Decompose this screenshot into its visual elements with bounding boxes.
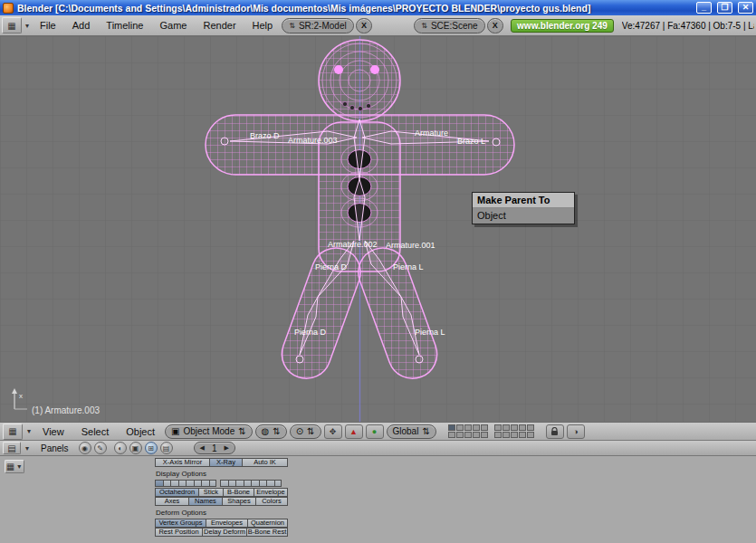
orientation-dropdown[interactable]: Global ⇅ (387, 424, 436, 439)
layer-toggle[interactable] (473, 424, 480, 431)
layer-toggle[interactable] (519, 432, 526, 438)
layer-toggle[interactable] (511, 424, 518, 431)
armature-layer-toggle[interactable] (266, 480, 274, 487)
menu-render[interactable]: Render (196, 20, 243, 31)
manipulator-rotate-button[interactable]: ● (366, 424, 384, 439)
panels-menu[interactable]: Panels (33, 443, 76, 453)
blender-org-button[interactable]: www.blender.org 249 (511, 19, 614, 33)
viewport-canvas[interactable]: Brazo D Armature.003 Armature Brazo L Ar… (0, 36, 756, 422)
context-script-button[interactable]: ✎ (94, 442, 107, 454)
colors-button[interactable]: Colors (255, 497, 288, 506)
envelopes-button[interactable]: Envelopes (206, 519, 247, 528)
b-bone-rest-button[interactable]: B-Bone Rest (246, 528, 288, 537)
manipulator-hand-button[interactable]: ✥ (324, 424, 342, 439)
layer-toggle[interactable] (456, 424, 464, 431)
menu-object[interactable]: Object (119, 426, 162, 437)
b-bone-button[interactable]: B-Bone (223, 488, 254, 497)
stick-button[interactable]: Stick (198, 488, 223, 497)
context-editing-button[interactable]: ⊞ (145, 442, 158, 454)
armature-layer-toggle[interactable] (201, 480, 209, 487)
menu-add[interactable]: Add (65, 20, 98, 31)
viewport-3d[interactable]: Brazo D Armature.003 Armature Brazo L Ar… (0, 36, 756, 422)
screen-selector[interactable]: ⇅ SR:2-Model (282, 18, 354, 33)
mode-dropdown[interactable]: ▣ Object Mode ⇅ (165, 424, 253, 439)
menu-timeline[interactable]: Timeline (99, 20, 150, 31)
layer-toggle[interactable] (502, 432, 510, 438)
pivot-dropdown[interactable]: ⊙ ⇅ (290, 424, 321, 439)
screen-close-button[interactable]: X (356, 18, 373, 33)
layer-toggle[interactable] (448, 424, 455, 431)
layer-toggle[interactable] (448, 432, 455, 438)
layer-toggle[interactable] (464, 432, 472, 438)
manipulator-translate-button[interactable]: ▲ (345, 424, 363, 439)
context-scene-button[interactable]: ▤ (160, 442, 173, 454)
header-collapse-icon[interactable]: ▾ (24, 22, 31, 30)
layer-toggle[interactable] (494, 432, 502, 438)
armature-layer-toggle[interactable] (155, 480, 163, 487)
armature-layer-toggle[interactable] (220, 480, 228, 487)
menu-view[interactable]: View (35, 426, 72, 437)
menu-file[interactable]: File (33, 20, 63, 31)
buttons-editor-type-button[interactable]: ▤ (3, 442, 21, 454)
layer-toggle[interactable] (481, 424, 488, 431)
menu-game[interactable]: Game (153, 20, 195, 31)
lock-layers-button[interactable] (546, 424, 564, 439)
layer-toggle[interactable] (456, 432, 464, 438)
menu-select[interactable]: Select (74, 426, 117, 437)
shapes-button[interactable]: Shapes (222, 497, 255, 506)
auto-ik-button[interactable]: Auto IK (242, 458, 288, 467)
armature-layer-toggle[interactable] (259, 480, 267, 487)
layer-toggle[interactable] (494, 424, 502, 431)
scene-selector[interactable]: ⇅ SCE:Scene (414, 18, 484, 33)
layer-toggle[interactable] (511, 432, 518, 438)
armature-layer-toggle[interactable] (178, 480, 187, 487)
maximize-button[interactable]: ❐ (717, 2, 732, 14)
armature-layer-toggle[interactable] (244, 480, 252, 487)
context-logic-button[interactable]: ◉ (79, 442, 91, 454)
x-ray-button[interactable]: X-Ray (209, 458, 242, 467)
rest-position-button[interactable]: Rest Position (155, 528, 202, 537)
armature-layer-toggle[interactable] (209, 480, 217, 487)
quaternion-button[interactable]: Quaternion (247, 519, 288, 528)
envelope-button[interactable]: Envelope (254, 488, 288, 497)
armature-layer-toggle[interactable] (228, 480, 236, 487)
render-preview-button[interactable]: ◑ (567, 424, 585, 439)
draw-type-dropdown[interactable]: ◍ ⇅ (255, 424, 287, 439)
close-button[interactable]: ✕ (738, 2, 753, 14)
layer-toggle[interactable] (473, 432, 480, 438)
layer-toggle[interactable] (527, 432, 534, 438)
menu-help[interactable]: Help (245, 20, 281, 31)
minimize-button[interactable]: _ (696, 2, 712, 14)
armature-layer-toggle[interactable] (251, 480, 259, 487)
frame-counter[interactable]: ◀ 1 ▶ (194, 442, 235, 454)
scene-close-button[interactable]: X (487, 18, 504, 33)
layer-toggle[interactable] (464, 424, 472, 431)
frame-next-icon[interactable]: ▶ (225, 444, 229, 452)
window-titlebar[interactable]: Blender [C:\Documents and Settings\Admin… (0, 0, 756, 15)
layer-toggle[interactable] (527, 424, 534, 431)
armature-layer-toggle[interactable] (170, 480, 178, 487)
panel-align-button[interactable]: ▦ ▾ (5, 460, 24, 473)
viewport-editor-type-button[interactable]: ▦ (3, 424, 23, 440)
vertex-groups-button[interactable]: Vertex Groups (155, 519, 206, 528)
layer-toggle[interactable] (519, 424, 526, 431)
frame-prev-icon[interactable]: ◀ (200, 444, 205, 452)
armature-layer-toggle[interactable] (274, 480, 282, 487)
names-button[interactable]: Names (188, 497, 222, 506)
delay-deform-button[interactable]: Delay Deform (202, 528, 246, 537)
x-axis-mirror-button[interactable]: X-Axis Mirror (155, 458, 209, 467)
armature-layer-toggle[interactable] (163, 480, 171, 487)
editor-type-button[interactable]: ▦ (2, 17, 22, 33)
octahedron-button[interactable]: Octahedron (155, 488, 198, 497)
armature-layer-toggle[interactable] (186, 480, 194, 487)
viewport-header-collapse-icon[interactable]: ▾ (25, 427, 33, 435)
axes-button[interactable]: Axes (155, 497, 188, 506)
context-shading-button[interactable]: ◐ (114, 442, 127, 454)
popup-item-object[interactable]: Object (473, 208, 574, 224)
layer-toggle[interactable] (481, 432, 488, 438)
context-object-button[interactable]: ▣ (129, 442, 142, 454)
armature-layer-toggle[interactable] (235, 480, 244, 487)
armature-layer-toggle[interactable] (194, 480, 202, 487)
layer-toggle[interactable] (502, 424, 510, 431)
buttons-header-collapse-icon[interactable]: ▾ (24, 444, 31, 452)
